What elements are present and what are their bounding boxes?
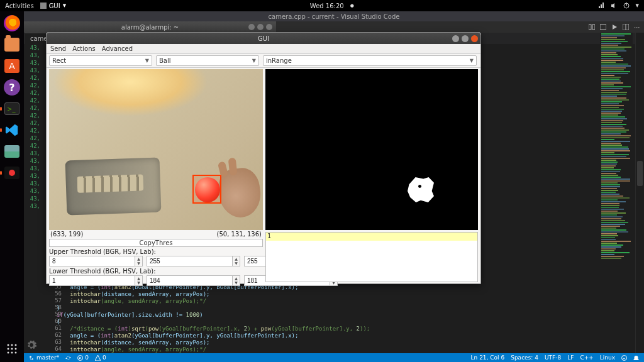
dock-app-firefox[interactable] bbox=[3, 14, 21, 33]
spin-down-icon[interactable]: ▼ bbox=[135, 261, 142, 266]
combo-method-value: inRange bbox=[266, 57, 292, 64]
firefox-icon bbox=[4, 15, 20, 31]
mouse-coord-label: (633, 199) bbox=[50, 231, 83, 238]
volume-icon bbox=[611, 3, 617, 9]
status-encoding[interactable]: UTF-8 bbox=[545, 354, 561, 361]
gnome-top-bar: Activities GUI ▼ Wed 16:20 ● ▼ bbox=[0, 0, 644, 11]
menu-actions[interactable]: Actions bbox=[72, 45, 96, 52]
menu-advanced[interactable]: Advanced bbox=[102, 45, 133, 52]
sync-icon bbox=[65, 355, 71, 361]
gear-icon bbox=[26, 339, 37, 351]
lower-a-spin[interactable]: ▲▼ bbox=[49, 275, 143, 286]
lower-b-input[interactable] bbox=[147, 275, 232, 286]
log-line-number: 1 bbox=[267, 233, 271, 239]
status-errors[interactable]: 0 bbox=[77, 354, 89, 361]
dock-app-help[interactable]: ? bbox=[3, 78, 21, 97]
activities-button[interactable]: Activities bbox=[5, 3, 34, 9]
camera-arm-shape bbox=[65, 158, 162, 216]
lower-a-input[interactable] bbox=[49, 275, 135, 286]
status-bell[interactable] bbox=[633, 355, 639, 361]
files-icon bbox=[4, 38, 19, 52]
terminal-titlebar: alarm@alarmpi: ~ bbox=[24, 21, 276, 33]
terminal-min-button[interactable] bbox=[248, 24, 255, 30]
upper-b-spin[interactable]: ▲▼ bbox=[147, 256, 240, 266]
svg-rect-2 bbox=[626, 3, 626, 6]
warning-icon bbox=[95, 355, 101, 361]
copythres-button[interactable]: CopyThres bbox=[49, 239, 263, 247]
grid-icon bbox=[6, 343, 18, 354]
mask-blob bbox=[408, 177, 434, 202]
dock-app-gui[interactable] bbox=[3, 163, 21, 182]
mask-view[interactable] bbox=[265, 69, 478, 230]
svg-point-11 bbox=[15, 352, 17, 354]
dock-app-terminal[interactable]: >_ bbox=[3, 99, 21, 118]
status-lncol[interactable]: Ln 21, Col 6 bbox=[471, 354, 505, 361]
svg-point-9 bbox=[8, 352, 9, 354]
status-eol[interactable]: LF bbox=[567, 354, 574, 361]
terminal-close-button[interactable] bbox=[266, 24, 272, 30]
minimize-button[interactable] bbox=[452, 35, 459, 42]
chevron-down-icon: ▼ bbox=[470, 58, 474, 63]
settings-gear[interactable] bbox=[26, 339, 37, 351]
chevron-down-icon: ▼ bbox=[145, 58, 149, 63]
menu-send[interactable]: Send bbox=[50, 45, 66, 52]
gui-appicon bbox=[40, 3, 47, 9]
status-lang[interactable]: C++ bbox=[580, 354, 593, 361]
close-button[interactable] bbox=[471, 35, 478, 42]
status-warnings[interactable]: 0 bbox=[95, 354, 106, 361]
maximize-button[interactable] bbox=[462, 35, 469, 42]
scrollbar-thumb[interactable] bbox=[637, 161, 643, 186]
terminal-max-button[interactable] bbox=[257, 24, 264, 30]
combo-target[interactable]: Ball▼ bbox=[156, 55, 259, 66]
vscode-titlebar: camera.cpp - current - Visual Studio Cod… bbox=[24, 11, 644, 21]
dock-app-software[interactable]: A bbox=[3, 57, 21, 75]
status-spaces[interactable]: Spaces: 4 bbox=[511, 354, 538, 361]
dock-app-vscode[interactable] bbox=[3, 121, 21, 140]
combo-method[interactable]: inRange▼ bbox=[263, 55, 477, 66]
compare-icon[interactable] bbox=[600, 24, 606, 30]
run-icon[interactable] bbox=[611, 24, 618, 30]
upper-a-spin[interactable]: ▲▼ bbox=[49, 256, 143, 266]
camera-view[interactable] bbox=[49, 69, 263, 230]
upper-a-input[interactable] bbox=[49, 256, 135, 266]
vscode-minimap[interactable] bbox=[600, 33, 633, 353]
split-editor-icon[interactable] bbox=[589, 24, 595, 30]
system-tray[interactable]: ▼ bbox=[598, 3, 639, 9]
dock-app-files[interactable] bbox=[3, 35, 21, 54]
gui-window: GUI Send Actions Advanced Rect▼ Ball▼ in… bbox=[46, 32, 481, 284]
status-sync[interactable] bbox=[65, 355, 71, 361]
image-icon bbox=[4, 145, 19, 158]
status-feedback[interactable] bbox=[621, 355, 627, 361]
svg-point-4 bbox=[11, 344, 13, 346]
app-menu[interactable]: GUI ▼ bbox=[40, 3, 66, 9]
lower-threshold-label: Lower Threshold (BGR, HSV, Lab): bbox=[49, 268, 263, 275]
chevron-down-icon: ▼ bbox=[252, 58, 256, 63]
svg-rect-0 bbox=[40, 3, 47, 9]
svg-point-18 bbox=[622, 355, 627, 360]
log-textarea[interactable]: 1 bbox=[265, 232, 478, 282]
lower-b-spin[interactable]: ▲▼ bbox=[147, 275, 240, 286]
status-os[interactable]: Linux bbox=[600, 354, 615, 361]
svg-point-10 bbox=[11, 352, 13, 354]
clock[interactable]: Wed 16:20 ● bbox=[310, 3, 354, 9]
combo-shape-value: Rect bbox=[52, 57, 66, 64]
bell-icon bbox=[633, 355, 639, 361]
dock-app-imageviewer[interactable] bbox=[3, 142, 21, 161]
vscode-scrollbar[interactable] bbox=[635, 33, 644, 353]
detection-rectangle bbox=[192, 175, 221, 204]
upper-b-input[interactable] bbox=[147, 256, 232, 266]
more-icon[interactable]: ⋯ bbox=[634, 24, 640, 31]
status-branch[interactable]: master* bbox=[29, 354, 59, 361]
left-pane: (633, 199) (50, 131, 136) CopyThres Uppe… bbox=[49, 69, 263, 282]
vscode-code-lower: angle = (int)atan2(bGoal[bufferPointer].… bbox=[43, 284, 600, 353]
spin-down-icon[interactable]: ▼ bbox=[233, 261, 240, 266]
svg-point-3 bbox=[8, 344, 9, 346]
layout-icon[interactable] bbox=[623, 24, 629, 30]
spin-down-icon[interactable]: ▼ bbox=[233, 281, 240, 286]
show-applications-button[interactable] bbox=[3, 339, 21, 358]
gui-titlebar[interactable]: GUI bbox=[47, 33, 480, 44]
vscode-gutter: 43,43,43,43,42,42,42,42,42,42,42,42,42,4… bbox=[25, 44, 40, 210]
vscode-icon bbox=[4, 122, 20, 138]
spin-down-icon[interactable]: ▼ bbox=[135, 281, 142, 286]
combo-shape[interactable]: Rect▼ bbox=[49, 55, 152, 66]
